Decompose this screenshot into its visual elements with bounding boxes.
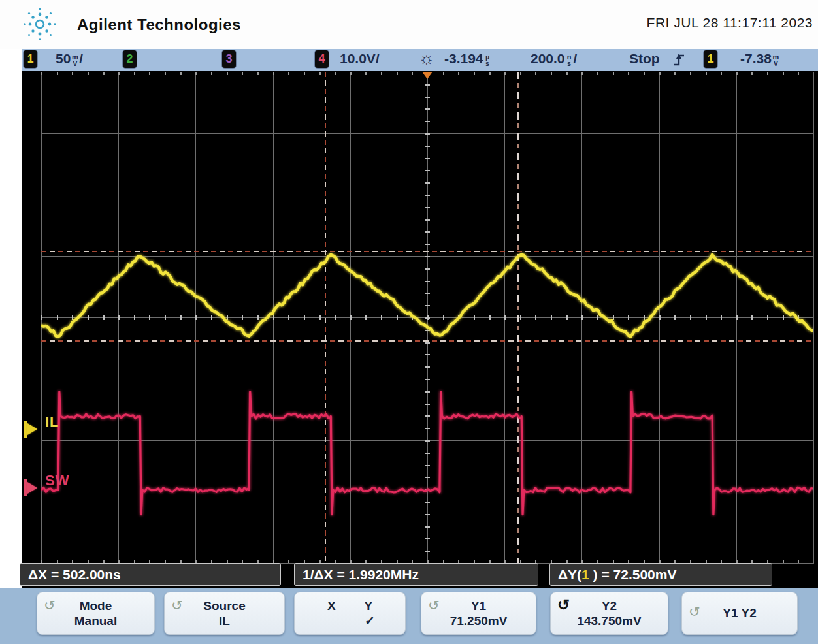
softkey-x-option[interactable]: X bbox=[327, 598, 336, 613]
agilent-logo-icon bbox=[18, 3, 61, 46]
channel-1-badge[interactable]: 1 bbox=[24, 50, 37, 68]
acquisition-state: Stop bbox=[629, 51, 660, 67]
channel-4-badge[interactable]: 4 bbox=[315, 50, 329, 68]
softkey-source-value: IL bbox=[165, 613, 284, 628]
softkey-y1y2[interactable]: ↺ Y1 Y2 bbox=[681, 592, 798, 635]
waveform-display: IL SW bbox=[22, 71, 818, 588]
rotary-knob-icon: ↺ bbox=[171, 598, 183, 613]
trace-label-sw: SW bbox=[45, 472, 69, 489]
softkey-mode-value: Manual bbox=[37, 613, 154, 628]
brightness-icon[interactable]: ☼ bbox=[419, 48, 434, 69]
channel-1-scale[interactable]: 50mV/ bbox=[56, 51, 83, 67]
trigger-rising-edge-icon bbox=[673, 52, 686, 67]
delta-x-readout: ΔX = 502.00ns bbox=[20, 563, 281, 586]
channel-4-ground-marker[interactable] bbox=[27, 482, 37, 494]
softkey-y2[interactable]: ↺ Y2 143.750mV bbox=[550, 592, 668, 635]
channel-2-badge[interactable]: 2 bbox=[123, 50, 137, 68]
delta-y-readout: ΔY(1 ) = 72.500mV bbox=[549, 563, 772, 586]
time-reference-marker[interactable] bbox=[422, 72, 433, 79]
inverse-delta-x-readout: 1/ΔX = 1.9920MHz bbox=[294, 563, 538, 586]
rotary-knob-icon: ↺ bbox=[44, 598, 56, 613]
trigger-level-readout[interactable]: -7.38mV bbox=[740, 51, 780, 67]
timebase-readout[interactable]: 200.0ns/ bbox=[531, 51, 577, 67]
horizontal-delay-readout: -3.194µs bbox=[444, 51, 492, 67]
rotary-knob-icon-active: ↺ bbox=[557, 598, 570, 613]
graticule: IL SW bbox=[41, 72, 814, 564]
channel-1-ground-stem bbox=[24, 421, 27, 438]
oscilloscope-screen: Agilent Technologies FRI JUL 28 11:17:11… bbox=[0, 0, 818, 644]
datetime-display: FRI JUL 28 11:17:11 2023 bbox=[647, 15, 813, 31]
waveform-traces bbox=[41, 72, 813, 563]
checkmark-icon: ✓ bbox=[365, 613, 375, 628]
channel-4-ground-stem bbox=[24, 479, 27, 496]
status-bar: 1 50mV/ 2 3 4 10.0V/ ☼ -3.194µs 200.0ns/… bbox=[22, 49, 818, 71]
softkey-source[interactable]: ↺ Source IL bbox=[164, 592, 285, 635]
trace-sw bbox=[41, 392, 813, 515]
softkey-y1[interactable]: ↺ Y1 71.250mV bbox=[421, 592, 536, 635]
trace-label-il: IL bbox=[45, 413, 59, 430]
softkey-mode[interactable]: ↺ Mode Manual bbox=[37, 592, 155, 635]
trigger-source-badge[interactable]: 1 bbox=[704, 50, 717, 68]
rotary-knob-icon: ↺ bbox=[689, 604, 700, 619]
brand-title: Agilent Technologies bbox=[77, 16, 241, 34]
channel-3-badge[interactable]: 3 bbox=[222, 50, 236, 68]
softkey-xy-select[interactable]: X Y ✓ bbox=[294, 592, 406, 635]
channel-1-ground-marker[interactable] bbox=[27, 423, 37, 435]
softkey-y-option[interactable]: Y bbox=[364, 598, 372, 613]
trace-il bbox=[41, 255, 813, 337]
softkey-y1-value: 71.250mV bbox=[421, 613, 536, 628]
softkey-panel: ↺ Mode Manual ↺ Source IL X Y ✓ ↺ Y1 71.… bbox=[0, 588, 818, 644]
rotary-knob-icon: ↺ bbox=[428, 598, 440, 613]
softkey-y2-value: 143.750mV bbox=[551, 613, 668, 628]
header: Agilent Technologies FRI JUL 28 11:17:11… bbox=[0, 0, 818, 49]
channel-4-scale[interactable]: 10.0V/ bbox=[340, 51, 380, 67]
